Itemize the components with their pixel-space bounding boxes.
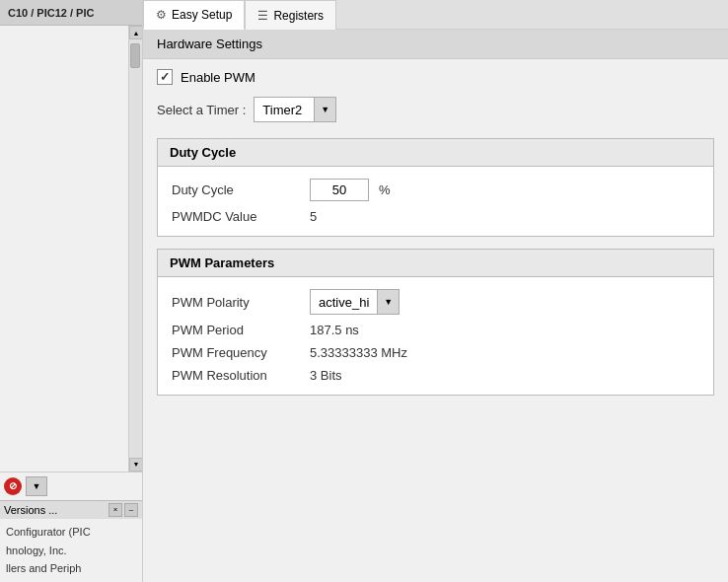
duty-cycle-header: Duty Cycle [158, 139, 713, 167]
duty-cycle-input[interactable] [310, 179, 369, 201]
pwm-polarity-row: PWM Polarity active_hi ▼ [172, 289, 699, 315]
pwm-polarity-select[interactable]: active_hi ▼ [310, 289, 400, 315]
duty-cycle-section: Duty Cycle Duty Cycle % PWMDC Value 5 [157, 138, 714, 237]
pwm-period-value: 187.5 ns [310, 323, 359, 337]
scroll-down-arrow[interactable]: ▼ [129, 458, 142, 472]
tab-registers-label: Registers [273, 9, 324, 23]
versions-panel: Versions ... × – Configurator (PIC hnolo… [0, 500, 142, 582]
scroll-track [129, 39, 142, 458]
no-entry-icon[interactable]: ⊘ [4, 477, 22, 495]
pwm-parameters-section: PWM Parameters PWM Polarity active_hi ▼ … [157, 249, 714, 396]
pwm-period-label: PWM Period [172, 323, 300, 337]
versions-line2: hnology, Inc. [6, 542, 136, 560]
enable-pwm-checkbox[interactable]: ✓ [157, 69, 173, 85]
pwmdc-value-label: PWMDC Value [172, 209, 300, 224]
enable-pwm-row: ✓ Enable PWM [157, 69, 714, 85]
pwm-frequency-value: 5.33333333 MHz [310, 345, 407, 360]
duty-cycle-unit: % [379, 182, 391, 197]
gear-icon: ⚙ [156, 8, 167, 22]
pwm-period-row: PWM Period 187.5 ns [172, 323, 699, 337]
duty-cycle-label: Duty Cycle [172, 182, 300, 197]
pwm-parameters-body: PWM Polarity active_hi ▼ PWM Period 187.… [158, 277, 713, 395]
duty-cycle-row: Duty Cycle % [172, 179, 699, 201]
timer-select-label: Select a Timer : [157, 103, 246, 117]
pwm-frequency-row: PWM Frequency 5.33333333 MHz [172, 345, 699, 360]
scroll-up-arrow[interactable]: ▲ [129, 26, 142, 39]
pwm-polarity-dropdown-arrow[interactable]: ▼ [377, 290, 399, 314]
pwm-parameters-header: PWM Parameters [158, 250, 713, 277]
duty-cycle-body: Duty Cycle % PWMDC Value 5 [158, 167, 713, 236]
versions-line1: Configurator (PIC [6, 523, 136, 542]
versions-title: Versions ... [4, 504, 107, 516]
left-panel-scrollbar[interactable]: ▲ ▼ [128, 26, 142, 472]
pwm-resolution-label: PWM Resolution [172, 368, 300, 383]
checkbox-checkmark: ✓ [160, 70, 170, 84]
hardware-settings-body: ✓ Enable PWM Select a Timer : Timer2 ▼ D… [143, 59, 728, 417]
hardware-settings-header: Hardware Settings [143, 30, 728, 59]
left-panel-scroll-area: ▲ ▼ [0, 26, 142, 472]
tab-bar: ⚙ Easy Setup ☰ Registers [143, 0, 728, 30]
versions-line3: llers and Periph [6, 559, 136, 578]
versions-close-btn[interactable]: × [109, 503, 122, 517]
pwm-resolution-value: 3 Bits [310, 368, 342, 383]
controls-dropdown[interactable]: ▼ [26, 476, 47, 496]
tab-easy-setup[interactable]: ⚙ Easy Setup [143, 0, 245, 30]
pwm-frequency-label: PWM Frequency [172, 345, 300, 360]
pwm-resolution-row: PWM Resolution 3 Bits [172, 368, 699, 383]
versions-content: Configurator (PIC hnology, Inc. llers an… [0, 519, 142, 582]
scroll-thumb[interactable] [130, 43, 140, 68]
timer-select-row: Select a Timer : Timer2 ▼ [157, 97, 714, 122]
left-panel-controls: ⊘ ▼ [0, 472, 142, 500]
left-panel: C10 / PIC12 / PIC ▲ ▼ ⊘ ▼ Versions ... ×… [0, 0, 143, 582]
left-panel-title: C10 / PIC12 / PIC [0, 0, 142, 26]
timer-select-value: Timer2 [255, 100, 314, 120]
pwmdc-value-row: PWMDC Value 5 [172, 209, 699, 224]
tab-registers[interactable]: ☰ Registers [245, 0, 336, 30]
pwmdc-value: 5 [310, 209, 317, 224]
right-panel: ⚙ Easy Setup ☰ Registers Hardware Settin… [143, 0, 728, 582]
enable-pwm-label: Enable PWM [181, 70, 255, 85]
pwm-polarity-value: active_hi [311, 292, 377, 313]
registers-icon: ☰ [257, 9, 268, 23]
versions-titlebar: Versions ... × – [0, 501, 142, 519]
timer-select-wrapper[interactable]: Timer2 ▼ [254, 97, 336, 122]
pwm-polarity-label: PWM Polarity [172, 295, 300, 310]
tab-easy-setup-label: Easy Setup [172, 8, 232, 22]
versions-minimize-btn[interactable]: – [124, 503, 138, 517]
timer-select-dropdown-arrow[interactable]: ▼ [314, 98, 335, 121]
